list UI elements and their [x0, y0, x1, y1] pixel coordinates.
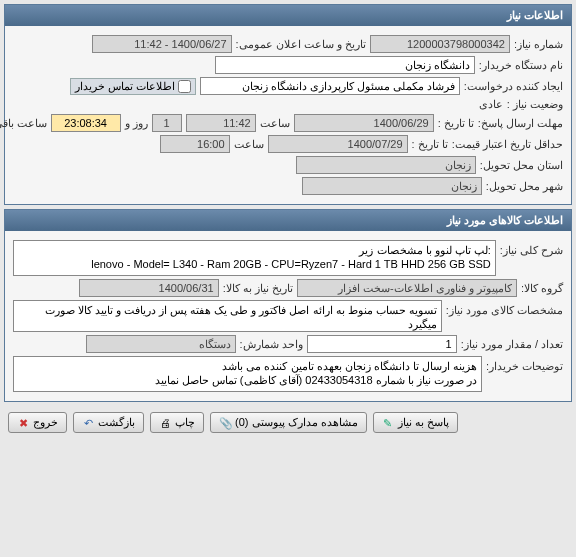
notes-label: توضیحات خریدار: — [486, 356, 563, 373]
contact-info-checkbox-wrap[interactable]: اطلاعات تماس خریدار — [70, 78, 196, 95]
need-until-field — [79, 279, 219, 297]
contact-info-checkbox-label: اطلاعات تماس خریدار — [75, 80, 175, 93]
items-panel: اطلاعات کالاهای مورد نیاز شرح کلی نیاز: … — [4, 209, 572, 402]
unit-label: واحد شمارش: — [240, 338, 303, 351]
back-button-label: بازگشت — [98, 416, 135, 429]
attachments-button-label: مشاهده مدارک پیوستی (0) — [235, 416, 358, 429]
exit-button-label: خروج — [33, 416, 58, 429]
spec-label: مشخصات کالای مورد نیاز: — [446, 300, 563, 317]
need-info-panel: اطلاعات نیاز شماره نیاز: تاریخ و ساعت اع… — [4, 4, 572, 205]
deadline-time-field — [186, 114, 256, 132]
spec-field[interactable] — [13, 300, 442, 332]
remaining-day-label: روز و — [125, 117, 148, 130]
status-label: وضعیت نیاز : — [507, 98, 563, 111]
unit-field — [86, 335, 236, 353]
announce-label: تاریخ و ساعت اعلان عمومی: — [236, 38, 366, 51]
back-icon: ↶ — [82, 417, 94, 429]
min-validity-date-label: تا تاریخ : — [412, 138, 448, 151]
close-icon: ✖ — [17, 417, 29, 429]
remaining-suffix: ساعت باقی مانده — [0, 117, 47, 130]
back-button[interactable]: ↶ بازگشت — [73, 412, 144, 433]
province-label: استان محل تحویل: — [480, 159, 563, 172]
print-button-label: چاپ — [175, 416, 195, 429]
buyer-label: نام دستگاه خریدار: — [479, 59, 563, 72]
min-validity-time-field — [160, 135, 230, 153]
action-bar: ✖ خروج ↶ بازگشت 🖨 چاپ 📎 مشاهده مدارک پیو… — [0, 406, 576, 439]
remaining-time-field — [51, 114, 121, 132]
province-field — [296, 156, 476, 174]
buyer-field — [215, 56, 475, 74]
city-field — [302, 177, 482, 195]
print-button[interactable]: 🖨 چاپ — [150, 412, 204, 433]
reply-button-label: پاسخ به نیاز — [398, 416, 449, 429]
qty-field[interactable] — [307, 335, 457, 353]
min-validity-time-label: ساعت — [234, 138, 264, 151]
need-no-label: شماره نیاز: — [514, 38, 563, 51]
deadline-time-label: ساعت — [260, 117, 290, 130]
contact-info-checkbox[interactable] — [178, 80, 191, 93]
status-value: عادی — [479, 98, 503, 111]
print-icon: 🖨 — [159, 417, 171, 429]
reply-icon: ✎ — [382, 417, 394, 429]
qty-label: تعداد / مقدار مورد نیاز: — [461, 338, 563, 351]
desc-label: شرح کلی نیاز: — [500, 240, 563, 257]
creator-label: ایجاد کننده درخواست: — [464, 80, 563, 93]
attachments-button[interactable]: 📎 مشاهده مدارک پیوستی (0) — [210, 412, 367, 433]
min-validity-date-field — [268, 135, 408, 153]
exit-button[interactable]: ✖ خروج — [8, 412, 67, 433]
city-label: شهر محل تحویل: — [486, 180, 563, 193]
deadline-date-field — [294, 114, 434, 132]
creator-field — [200, 77, 460, 95]
remaining-day-field — [152, 114, 182, 132]
need-no-field — [370, 35, 510, 53]
deadline-label: مهلت ارسال پاسخ: — [478, 117, 563, 130]
need-until-label: تاریخ نیاز به کالا: — [223, 282, 293, 295]
deadline-date-label: تا تاریخ : — [438, 117, 474, 130]
desc-field[interactable] — [13, 240, 496, 276]
group-label: گروه کالا: — [521, 282, 563, 295]
reply-button[interactable]: ✎ پاسخ به نیاز — [373, 412, 458, 433]
items-header: اطلاعات کالاهای مورد نیاز — [5, 210, 571, 231]
notes-field[interactable] — [13, 356, 482, 392]
attachment-icon: 📎 — [219, 417, 231, 429]
min-validity-label: حداقل تاریخ اعتبار قیمت: — [452, 138, 563, 151]
need-info-header: اطلاعات نیاز — [5, 5, 571, 26]
group-field — [297, 279, 517, 297]
announce-datetime-field — [92, 35, 232, 53]
